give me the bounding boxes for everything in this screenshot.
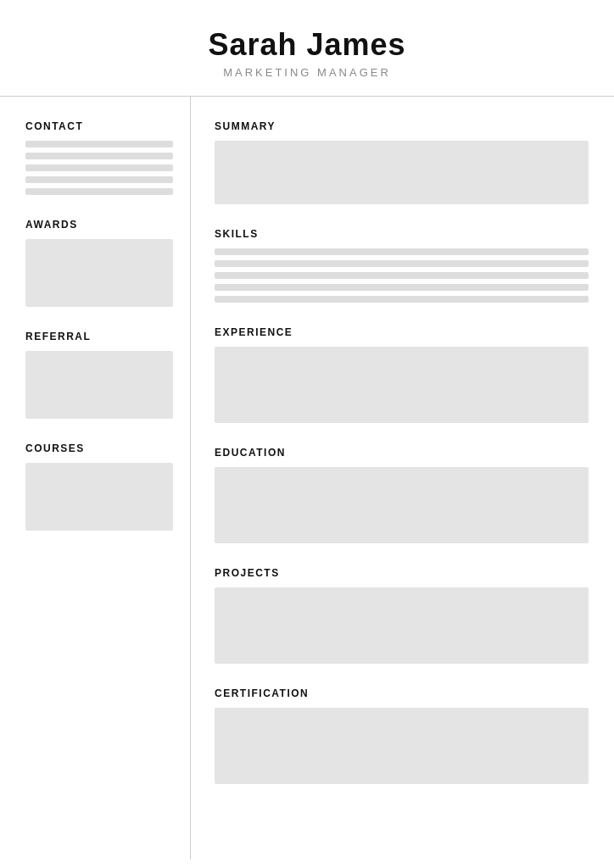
certification-placeholder xyxy=(215,708,589,784)
resume-header: Sarah James MARKETING MANAGER xyxy=(0,0,614,97)
certification-label: CERTIFICATION xyxy=(215,687,589,699)
contact-line-4 xyxy=(25,176,173,183)
education-section: EDUCATION xyxy=(215,447,589,543)
skills-label: SKILLS xyxy=(215,228,589,240)
contact-line-2 xyxy=(25,153,173,159)
contact-line-1 xyxy=(25,141,173,147)
courses-placeholder xyxy=(25,463,173,531)
referral-label: REFERRAL xyxy=(25,331,173,342)
summary-label: SUMMARY xyxy=(215,120,589,132)
contact-line-3 xyxy=(25,164,173,171)
contact-section: CONTACT xyxy=(25,120,173,195)
awards-label: AWARDS xyxy=(25,219,173,231)
courses-label: COURSES xyxy=(25,442,173,454)
projects-label: PROJECTS xyxy=(215,567,589,579)
resume-body: CONTACT AWARDS REFERRAL COURSES xyxy=(0,97,614,860)
skills-placeholder-lines xyxy=(215,248,589,303)
experience-section: EXPERIENCE xyxy=(215,326,589,423)
skills-line-3 xyxy=(215,272,589,279)
contact-placeholder-lines xyxy=(25,141,173,195)
certification-section: CERTIFICATION xyxy=(215,687,589,784)
candidate-name: Sarah James xyxy=(17,27,597,63)
contact-label: CONTACT xyxy=(25,120,173,132)
summary-placeholder xyxy=(215,141,589,204)
skills-line-1 xyxy=(215,248,589,255)
skills-line-4 xyxy=(215,284,589,291)
main-content: SUMMARY SKILLS EXPERIENCE EDUCATION xyxy=(191,97,614,860)
courses-section: COURSES xyxy=(25,442,173,531)
experience-placeholder xyxy=(215,347,589,423)
education-label: EDUCATION xyxy=(215,447,589,459)
sidebar: CONTACT AWARDS REFERRAL COURSES xyxy=(0,97,191,860)
candidate-title: MARKETING MANAGER xyxy=(17,66,597,79)
skills-line-2 xyxy=(215,260,589,267)
contact-line-5 xyxy=(25,188,173,195)
projects-placeholder xyxy=(215,587,589,664)
referral-placeholder xyxy=(25,351,173,419)
skills-line-5 xyxy=(215,296,589,303)
education-placeholder xyxy=(215,467,589,543)
projects-section: PROJECTS xyxy=(215,567,589,664)
referral-section: REFERRAL xyxy=(25,331,173,419)
skills-section: SKILLS xyxy=(215,228,589,303)
awards-placeholder xyxy=(25,239,173,307)
summary-section: SUMMARY xyxy=(215,120,589,204)
experience-label: EXPERIENCE xyxy=(215,326,589,338)
awards-section: AWARDS xyxy=(25,219,173,307)
